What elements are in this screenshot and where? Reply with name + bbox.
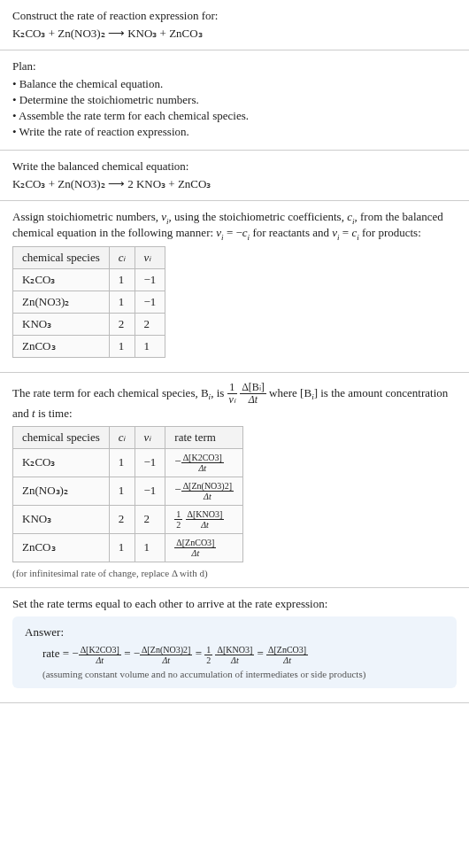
table-row: K₂CO₃ 1 −1 −Δ[K2CO3]Δt (13, 448, 243, 477)
balanced-section: Write the balanced chemical equation: K₂… (0, 151, 469, 201)
final-title: Set the rate terms equal to each other t… (12, 597, 457, 611)
col-nui: νᵢ (135, 426, 165, 448)
minus-sign: − (72, 647, 78, 660)
fraction: Δ[Zn(NO3)2]Δt (140, 645, 192, 665)
numerator: Δ[KNO3] (186, 509, 225, 520)
denominator: Δt (79, 655, 121, 665)
text: for reactants and (250, 226, 332, 239)
text: for products: (359, 226, 421, 239)
denominator: 2 (174, 520, 182, 530)
cell: ZnCO₃ (13, 336, 110, 358)
numerator: Δ[ZnCO3] (266, 645, 308, 655)
denominator: Δt (174, 548, 216, 558)
cell: ZnCO₃ (13, 533, 110, 562)
cell-rate: −Δ[K2CO3]Δt (165, 448, 243, 477)
col-nui: νᵢ (135, 247, 165, 269)
table-row: ZnCO₃11 (13, 336, 165, 358)
denominator: 2 (204, 655, 212, 665)
numerator: Δ[ZnCO3] (174, 538, 216, 548)
cell: 2 (109, 314, 135, 336)
table-row: KNO₃22 (13, 314, 165, 336)
cell: 1 (109, 533, 135, 562)
denominator: Δt (266, 655, 308, 665)
numerator: Δ[Zn(NO3)2] (181, 481, 234, 492)
equals-sign: = (124, 647, 134, 660)
fraction: Δ[Bᵢ]Δt (240, 382, 266, 406)
denominator: Δt (140, 655, 192, 665)
denominator: Δt (215, 655, 254, 665)
cell: 2 (109, 505, 135, 533)
cell: 1 (135, 336, 165, 358)
stoich-table: chemical species cᵢ νᵢ K₂CO₃1−1 Zn(NO3)₂… (12, 246, 165, 358)
col-species: chemical species (13, 247, 110, 269)
numerator: 1 (227, 382, 237, 394)
minus-sign: − (134, 647, 140, 660)
rateterm-note: (for infinitesimal rate of change, repla… (12, 568, 457, 578)
cell-rate: 12 Δ[KNO3]Δt (165, 505, 243, 533)
cell: Zn(NO3)₂ (13, 291, 110, 314)
plan-item: • Write the rate of reaction expression. (12, 125, 457, 139)
text: = − (224, 226, 242, 239)
denominator: Δt (186, 520, 225, 530)
plan-title: Plan: (12, 59, 457, 74)
fraction-half: 12 (174, 509, 182, 530)
intro-title: Construct the rate of reaction expressio… (12, 9, 457, 23)
table-row: KNO₃ 2 2 12 Δ[KNO3]Δt (13, 505, 243, 533)
balanced-equation: K₂CO₃ + Zn(NO3)₂ ⟶ 2 KNO₃ + ZnCO₃ (12, 177, 457, 191)
minus-sign: − (174, 454, 181, 468)
cell: 2 (135, 505, 165, 533)
final-note: (assuming constant volume and no accumul… (42, 669, 444, 679)
plan-item: • Balance the chemical equation. (12, 77, 457, 91)
cell: 2 (135, 314, 165, 336)
table-row: ZnCO₃ 1 1 Δ[ZnCO3]Δt (13, 533, 243, 562)
stoich-text: Assign stoichiometric numbers, νi, using… (12, 210, 457, 241)
answer-box: Answer: rate = −Δ[K2CO3]Δt = −Δ[Zn(NO3)2… (12, 616, 457, 688)
numerator: Δ[K2CO3] (181, 453, 224, 463)
cell: K₂CO₃ (13, 448, 110, 477)
numerator: Δ[KNO3] (215, 645, 254, 655)
cell: Zn(NO₃)₂ (13, 477, 110, 505)
rateterm-table: chemical species cᵢ νᵢ rate term K₂CO₃ 1… (12, 426, 243, 562)
denominator: Δt (181, 463, 224, 473)
rate-expression: rate = −Δ[K2CO3]Δt = −Δ[Zn(NO3)2]Δt = 12… (42, 645, 444, 665)
text: , using the stoichiometric coefficients, (169, 210, 348, 223)
text: , is (211, 386, 227, 399)
intro-section: Construct the rate of reaction expressio… (0, 0, 469, 50)
text: Assign stoichiometric numbers, (12, 210, 161, 223)
cell: −1 (135, 291, 165, 314)
cell: −1 (135, 448, 165, 477)
text: The rate term for each chemical species,… (12, 386, 209, 399)
numerator: Δ[K2CO3] (79, 645, 121, 655)
text: = (340, 226, 352, 239)
fraction: Δ[Zn(NO3)2]Δt (181, 481, 234, 501)
numerator: Δ[Zn(NO3)2] (140, 645, 192, 655)
denominator: νᵢ (227, 394, 237, 406)
col-ci: cᵢ (109, 426, 135, 448)
table-row: Zn(NO3)₂1−1 (13, 291, 165, 314)
cell: −1 (135, 477, 165, 505)
cell: 1 (109, 336, 135, 358)
col-species: chemical species (13, 426, 110, 448)
table-header-row: chemical species cᵢ νᵢ (13, 247, 165, 269)
denominator: Δt (181, 492, 234, 501)
fraction: 1νᵢ (227, 382, 237, 406)
fraction: Δ[ZnCO3]Δt (266, 645, 308, 665)
balanced-title: Write the balanced chemical equation: (12, 159, 457, 174)
equals-sign: = (196, 647, 205, 660)
fraction-half: 12 (204, 645, 212, 665)
rate-label: rate = (42, 647, 72, 660)
numerator: Δ[Bᵢ] (240, 382, 266, 394)
table-header-row: chemical species cᵢ νᵢ rate term (13, 426, 243, 448)
numerator: 1 (204, 645, 212, 655)
rateterm-section: The rate term for each chemical species,… (0, 373, 469, 587)
rateterm-text: The rate term for each chemical species,… (12, 382, 457, 420)
cell: 1 (109, 448, 135, 477)
fraction: Δ[K2CO3]Δt (79, 645, 121, 665)
cell: K₂CO₃ (13, 269, 110, 291)
cell: −1 (135, 269, 165, 291)
plan-item: • Determine the stoichiometric numbers. (12, 93, 457, 107)
denominator: Δt (240, 394, 266, 406)
table-row: Zn(NO₃)₂ 1 −1 −Δ[Zn(NO3)2]Δt (13, 477, 243, 505)
fraction: Δ[K2CO3]Δt (181, 453, 224, 473)
table-row: K₂CO₃1−1 (13, 269, 165, 291)
